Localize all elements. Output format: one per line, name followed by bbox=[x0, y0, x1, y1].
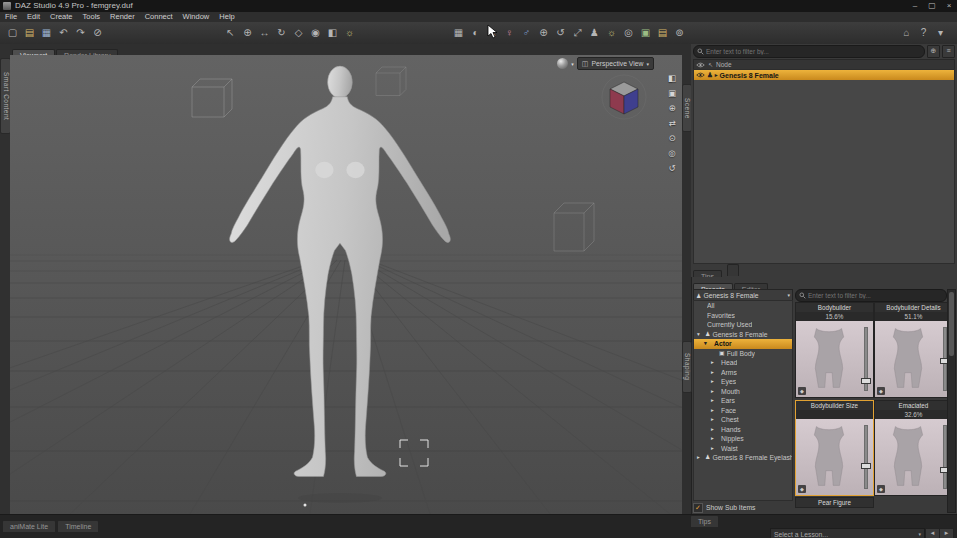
preset-slider-handle[interactable] bbox=[861, 463, 871, 469]
expand-arrow-icon[interactable]: ▸ bbox=[711, 368, 717, 378]
expand-arrow-icon[interactable]: ▸ bbox=[711, 406, 717, 416]
rotate-tool-icon[interactable]: ↻ bbox=[273, 23, 290, 42]
frame-icon[interactable]: ▣ bbox=[665, 87, 679, 100]
scale-gizmo-icon[interactable]: ⤢ bbox=[569, 23, 586, 42]
reset-view-icon[interactable]: ↺ bbox=[665, 162, 679, 175]
folder-icon[interactable]: ▤ bbox=[654, 23, 671, 42]
open-file-icon[interactable]: ▤ bbox=[21, 23, 38, 42]
scene-node-genesis-8-female[interactable]: ♟ ▸ Genesis 8 Female bbox=[694, 70, 954, 80]
shaping-tree-row[interactable]: ▸ Face bbox=[694, 406, 792, 416]
show-sub-items-checkbox[interactable]: ✓ bbox=[693, 503, 703, 513]
preset-thumbnail[interactable]: ◆ bbox=[796, 321, 873, 397]
shaping-tree-row[interactable]: ▸ ♟ Genesis 8 Female Eyelashes bbox=[694, 453, 792, 463]
render-icon[interactable]: ▣ bbox=[637, 23, 654, 42]
translate-gizmo-icon[interactable]: ⊕ bbox=[535, 23, 552, 42]
shaping-tree-row[interactable]: ▾ Actor bbox=[694, 339, 792, 349]
shaping-tree-row[interactable]: ▣ Full Body bbox=[694, 349, 792, 359]
preset-name-partial[interactable]: Pear Figure bbox=[795, 497, 874, 508]
menu-create[interactable]: Create bbox=[45, 12, 78, 22]
menu-render[interactable]: Render bbox=[105, 12, 140, 22]
help-icon[interactable]: ? bbox=[915, 23, 932, 42]
preset-scrollbar[interactable] bbox=[947, 289, 956, 513]
lesson-prev-button[interactable]: ◄ bbox=[925, 528, 940, 538]
shaping-tree-row[interactable]: ▸ Arms bbox=[694, 368, 792, 378]
shaping-tree-row[interactable]: ▸ Mouth bbox=[694, 387, 792, 397]
preset-action-icon[interactable]: ◆ bbox=[798, 485, 806, 493]
expand-arrow-icon[interactable]: ▾ bbox=[697, 330, 703, 340]
shaping-tree-row[interactable]: ▸ Ears bbox=[694, 396, 792, 406]
camera-cube-icon[interactable]: ◧ bbox=[665, 72, 679, 85]
universal-tool-icon[interactable]: ⊕ bbox=[239, 23, 256, 42]
node-selection-tool-icon[interactable]: ↖ bbox=[222, 23, 239, 42]
preset-action-icon[interactable]: ◆ bbox=[798, 387, 806, 395]
rotate-gizmo-icon[interactable]: ↺ bbox=[552, 23, 569, 42]
expand-arrow-icon[interactable]: ▸ bbox=[711, 377, 717, 387]
shape-preset-card[interactable]: Bodybuilder Details 51.1% ◆ bbox=[874, 302, 953, 398]
surface-selection-tool-icon[interactable]: ◧ bbox=[324, 23, 341, 42]
lesson-next-button[interactable]: ► bbox=[939, 528, 954, 538]
expand-arrow-icon[interactable]: ▸ bbox=[711, 415, 717, 425]
preset-filter-input[interactable] bbox=[808, 292, 943, 299]
expand-arrow-icon[interactable]: ▸ bbox=[711, 444, 717, 454]
shape-preset-card[interactable]: Bodybuilder Size ◆ bbox=[795, 400, 874, 496]
close-button[interactable]: × bbox=[941, 0, 957, 12]
shaping-tree-row[interactable]: ▸ Hands bbox=[694, 425, 792, 435]
maximize-button[interactable]: ▢ bbox=[924, 0, 940, 12]
shaded-sphere-icon[interactable]: ◐ bbox=[467, 23, 484, 42]
male-figure-icon[interactable]: ♂ bbox=[518, 23, 535, 42]
pane-options-button[interactable]: ≡ bbox=[942, 45, 955, 58]
shaping-tree-row[interactable]: All bbox=[694, 301, 792, 311]
shaping-tree-row[interactable]: Currently Used bbox=[694, 320, 792, 330]
collapsed-tab-stub[interactable] bbox=[727, 264, 739, 276]
shaping-tree-row[interactable]: ▾ ♟ Genesis 8 Female bbox=[694, 330, 792, 340]
shape-preset-card[interactable]: Bodybuilder 15.6% ◆ bbox=[795, 302, 874, 398]
home-icon[interactable]: ⌂ bbox=[898, 23, 915, 42]
shaping-tree-row[interactable]: ▸ Head bbox=[694, 358, 792, 368]
draw-style-icon[interactable] bbox=[557, 58, 568, 69]
pan-icon[interactable]: ⇄ bbox=[665, 117, 679, 130]
draw-style-caret-icon[interactable]: ▾ bbox=[571, 61, 574, 67]
expand-arrow-icon[interactable]: ▸ bbox=[711, 358, 717, 368]
menu-file[interactable]: File bbox=[0, 12, 22, 22]
preset-action-icon[interactable]: ◆ bbox=[877, 485, 885, 493]
active-pose-tool-icon[interactable]: ◉ bbox=[307, 23, 324, 42]
minimize-button[interactable]: – bbox=[907, 0, 923, 12]
expand-arrow-icon[interactable]: ▸ bbox=[711, 425, 717, 435]
expand-arrow-icon[interactable]: ▸ bbox=[715, 72, 718, 78]
expand-arrow-icon[interactable]: ▾ bbox=[704, 339, 710, 349]
node-visibility-eye-icon[interactable] bbox=[696, 72, 705, 78]
preset-filter-field[interactable] bbox=[795, 289, 947, 302]
new-file-icon[interactable]: ▢ bbox=[4, 23, 21, 42]
menu-window[interactable]: Window bbox=[178, 12, 215, 22]
menu-help[interactable]: Help bbox=[214, 12, 239, 22]
menu-tools[interactable]: Tools bbox=[78, 12, 106, 22]
preset-thumbnail[interactable]: ◆ bbox=[875, 419, 952, 495]
scene-filter-input[interactable] bbox=[706, 48, 921, 55]
translate-tool-icon[interactable]: ↔ bbox=[256, 23, 273, 42]
shape-preset-card[interactable]: Emaciated 32.6% ◆ bbox=[874, 400, 953, 496]
tab-timeline[interactable]: Timeline bbox=[57, 520, 99, 532]
shaping-tree-row[interactable]: ▸ Chest bbox=[694, 415, 792, 425]
undo-icon[interactable]: ↶ bbox=[55, 23, 72, 42]
content-blocks-icon[interactable]: ▦ bbox=[450, 23, 467, 42]
viewport-canvas[interactable]: ▾ ◫ Perspective View ▾ ◧▣⊕⇄⊙◎↺ bbox=[10, 55, 682, 514]
orbit-icon[interactable]: ◎ bbox=[665, 147, 679, 160]
add-node-button[interactable]: ⊕ bbox=[927, 45, 940, 58]
lesson-selector[interactable]: Select a Lesson... ▾ bbox=[770, 528, 925, 538]
shaping-tree-row[interactable]: ▸ Nipples bbox=[694, 434, 792, 444]
preset-action-icon[interactable]: ◆ bbox=[877, 387, 885, 395]
shaping-tree-row[interactable]: ▸ Eyes bbox=[694, 377, 792, 387]
tab-tips-bottom[interactable]: Tips bbox=[690, 515, 719, 527]
expand-arrow-icon[interactable]: ▸ bbox=[711, 396, 717, 406]
scale-tool-icon[interactable]: ◇ bbox=[290, 23, 307, 42]
scrollbar-thumb[interactable] bbox=[949, 292, 954, 356]
menu-options-icon[interactable]: ▾ bbox=[932, 23, 949, 42]
tab-animate-lite[interactable]: aniMate Lite bbox=[2, 520, 56, 532]
view-cube[interactable] bbox=[602, 75, 646, 119]
female-figure-icon[interactable]: ♀ bbox=[501, 23, 518, 42]
shaping-region-tree[interactable]: All Favorites Currently Used bbox=[693, 300, 793, 501]
spot-render-tool-icon[interactable]: ☼ bbox=[341, 23, 358, 42]
figure-icon[interactable]: ♟ bbox=[586, 23, 603, 42]
shaping-tree-row[interactable]: ▸ Waist bbox=[694, 444, 792, 454]
redo-icon[interactable]: ↷ bbox=[72, 23, 89, 42]
